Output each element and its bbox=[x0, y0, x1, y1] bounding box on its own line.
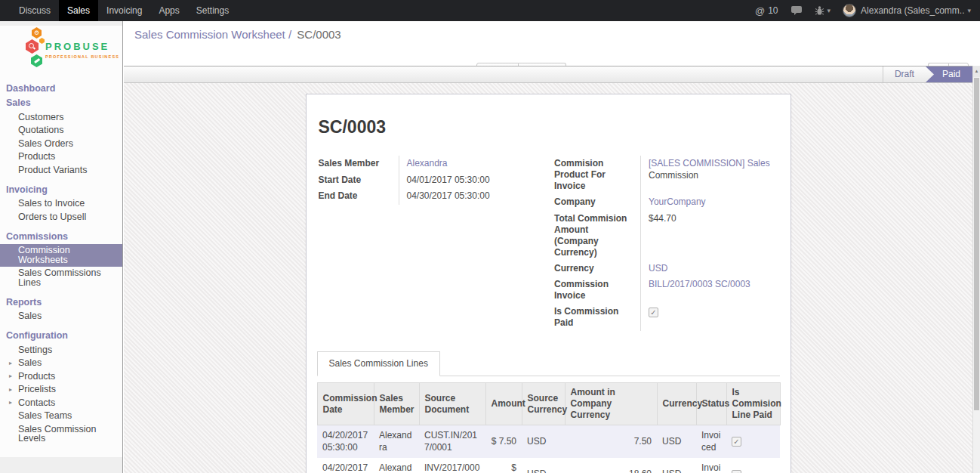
sidebar-section-sales[interactable]: Sales bbox=[0, 96, 122, 110]
magnifier-icon bbox=[29, 43, 35, 50]
caret-down-icon: ▾ bbox=[827, 7, 831, 14]
field-group-left: Sales Member Alexandra Start Date 04/01/… bbox=[317, 156, 549, 331]
logo-title: PROBUSE bbox=[45, 41, 109, 52]
user-name: Alexandra (Sales_comm.. bbox=[861, 5, 964, 16]
field-value-company[interactable]: YourCompany bbox=[649, 196, 706, 207]
sidebar-nav: Dashboard Sales Customers Quotations Sal… bbox=[0, 82, 122, 445]
field-value-commission-product-link[interactable]: [SALES COMMISSION] Sales bbox=[649, 158, 770, 168]
top-navbar: Discuss Sales Invoicing Apps Settings @ … bbox=[0, 0, 980, 21]
col-header-source-currency: Source Currency bbox=[522, 383, 565, 425]
field-value-currency[interactable]: USD bbox=[649, 263, 667, 274]
logo-magnifier-hexagon bbox=[26, 39, 39, 54]
vertical-scrollbar[interactable]: ▲ bbox=[972, 66, 980, 473]
caret-down-icon: ▾ bbox=[967, 7, 971, 14]
field-label-commission-product: Commision Product For Invoice bbox=[553, 156, 640, 194]
sidebar-section-invoicing: Invoicing bbox=[0, 177, 122, 197]
sidebar-item-product-variants[interactable]: Product Variants bbox=[0, 163, 122, 177]
field-label-currency: Currency bbox=[553, 261, 640, 277]
menu-apps[interactable]: Apps bbox=[150, 0, 187, 21]
sidebar-section-reports: Reports bbox=[0, 289, 122, 310]
sidebar-item-sales-commission-levels[interactable]: Sales Commission Levels bbox=[0, 422, 122, 445]
menu-discuss[interactable]: Discuss bbox=[11, 0, 59, 21]
breadcrumb-separator: / bbox=[288, 28, 291, 41]
sidebar-item-config-contacts[interactable]: ▸Contacts bbox=[0, 396, 122, 410]
col-header-commission-date: Commission Date bbox=[317, 383, 374, 425]
sidebar-item-dashboard[interactable]: Dashboard bbox=[0, 82, 122, 96]
expand-arrow-icon: ▸ bbox=[9, 398, 12, 408]
scrollbar-thumb[interactable] bbox=[974, 78, 979, 410]
col-header-source-document: Source Document bbox=[419, 383, 485, 425]
table-row[interactable]: 04/20/2017 05:30:00 Alexandra INV/2017/0… bbox=[317, 458, 780, 473]
breadcrumb-parent-link[interactable]: Sales Commission Worksheet bbox=[134, 28, 285, 41]
sidebar-item-commission-worksheets[interactable]: Commission Worksheets bbox=[0, 244, 122, 267]
record-title: SC/0003 bbox=[319, 117, 780, 138]
expand-arrow-icon: ▸ bbox=[9, 385, 12, 395]
sidebar-section-configuration: Configuration bbox=[0, 323, 122, 343]
logo-small-hexagon bbox=[39, 38, 45, 44]
field-label-is-commission-paid: Is Commission Paid bbox=[553, 304, 640, 331]
notebook: Sales Commission Lines Commission Date S… bbox=[317, 351, 780, 473]
form-view-background: SC/0003 Sales Member Alexandra Start Dat… bbox=[124, 83, 972, 473]
form-sheet: SC/0003 Sales Member Alexandra Start Dat… bbox=[306, 94, 791, 473]
field-value-end-date: 04/30/2017 05:30:00 bbox=[399, 188, 549, 205]
at-icon: @ bbox=[755, 5, 765, 17]
probuse-logo: ⚙ PROBUSE PROFESSIONAL BUSINESS bbox=[0, 26, 122, 71]
col-header-amount: Amount bbox=[485, 383, 522, 425]
table-row[interactable]: 04/20/2017 05:30:00 Alexandra CUST.IN/20… bbox=[317, 425, 780, 459]
sidebar-item-sales-orders[interactable]: Sales Orders bbox=[0, 137, 122, 150]
sidebar-item-sales-to-invoice[interactable]: Sales to Invoice bbox=[0, 197, 122, 211]
field-label-end-date: End Date bbox=[317, 188, 399, 205]
menu-settings[interactable]: Settings bbox=[188, 0, 237, 21]
sidebar-item-config-products[interactable]: ▸Products bbox=[0, 369, 122, 383]
menu-sales[interactable]: Sales bbox=[59, 0, 98, 21]
sidebar-item-config-pricelists[interactable]: ▸Pricelists bbox=[0, 383, 122, 397]
sidebar-item-sales-teams[interactable]: Sales Teams bbox=[0, 410, 122, 423]
user-menu[interactable]: Alexandra (Sales_comm.. ▾ bbox=[843, 4, 971, 17]
logo-subtitle: PROFESSIONAL BUSINESS bbox=[45, 54, 119, 59]
table-header-row: Commission Date Sales Member Source Docu… bbox=[317, 383, 780, 425]
status-draft[interactable]: Draft bbox=[883, 66, 926, 82]
messages-count: 10 bbox=[768, 5, 778, 16]
col-header-currency: Currency bbox=[657, 383, 696, 425]
field-value-total-commission-amount: $44.70 bbox=[640, 211, 780, 261]
line-paid-checkbox: ✓ bbox=[732, 470, 741, 473]
sidebar-item-reports-sales[interactable]: Sales bbox=[0, 310, 122, 323]
debug-menu[interactable]: ▾ bbox=[815, 5, 831, 16]
logo-tool-hexagon bbox=[31, 54, 42, 67]
menu-invoicing[interactable]: Invoicing bbox=[98, 0, 150, 21]
scroll-up-icon[interactable]: ▲ bbox=[973, 66, 980, 77]
is-commission-paid-checkbox: ✓ bbox=[649, 308, 658, 317]
sidebar-item-sales-commissions-lines[interactable]: Sales Commissions Lines bbox=[0, 267, 122, 289]
sidebar: ⚙ PROBUSE PROFESSIONAL BUSINESS Dashboar… bbox=[0, 21, 123, 473]
field-label-total-commission-amount: Total Commision Amount (Company Currency… bbox=[553, 211, 640, 261]
messages-counter[interactable]: @ 10 bbox=[755, 5, 778, 17]
field-label-company: Company bbox=[553, 194, 640, 211]
field-value-commission-invoice[interactable]: BILL/2017/0003 SC/0003 bbox=[649, 279, 750, 289]
commission-lines-table: Commission Date Sales Member Source Docu… bbox=[317, 382, 781, 473]
sidebar-item-products[interactable]: Products bbox=[0, 150, 122, 164]
expand-arrow-icon: ▸ bbox=[9, 359, 12, 369]
status-paid[interactable]: Paid bbox=[926, 66, 972, 82]
field-label-sales-member: Sales Member bbox=[317, 156, 399, 172]
chat-button[interactable] bbox=[790, 5, 803, 16]
field-group-right: Commision Product For Invoice [SALES COM… bbox=[548, 156, 780, 331]
logo-gear-hexagon: ⚙ bbox=[32, 27, 42, 39]
field-label-commission-invoice: Commission Invoice bbox=[553, 277, 640, 304]
sidebar-item-customers[interactable]: Customers bbox=[0, 110, 122, 124]
tab-sales-commission-lines[interactable]: Sales Commission Lines bbox=[317, 351, 440, 376]
field-value-sales-member[interactable]: Alexandra bbox=[407, 158, 448, 168]
line-paid-checkbox: ✓ bbox=[732, 437, 741, 447]
sidebar-item-settings[interactable]: Settings bbox=[0, 343, 122, 357]
avatar bbox=[843, 4, 856, 17]
expand-arrow-icon: ▸ bbox=[9, 372, 12, 382]
tool-icon bbox=[34, 58, 40, 63]
sidebar-item-quotations[interactable]: Quotations bbox=[0, 124, 122, 138]
field-value-start-date: 04/01/2017 05:30:00 bbox=[399, 172, 549, 189]
sidebar-item-config-sales[interactable]: ▸Sales bbox=[0, 357, 122, 370]
status-bar: Draft Paid bbox=[124, 66, 980, 83]
col-header-is-commission-line-paid: Is Commision Line Paid bbox=[726, 383, 780, 425]
chat-bubble-icon bbox=[790, 5, 803, 16]
breadcrumb-current: SC/0003 bbox=[297, 28, 341, 41]
col-header-sales-member: Sales Member bbox=[374, 383, 419, 425]
sidebar-item-orders-to-upsell[interactable]: Orders to Upsell bbox=[0, 210, 122, 224]
